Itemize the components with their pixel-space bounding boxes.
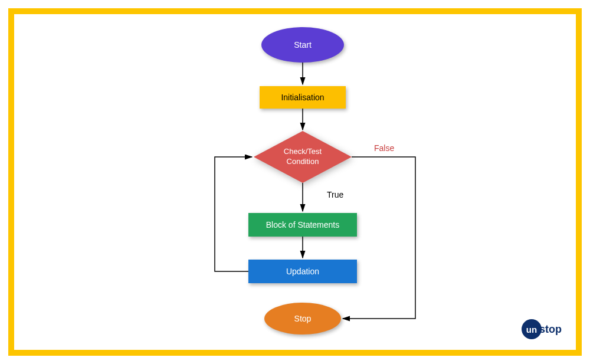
block-node: Block of Statements (248, 213, 357, 237)
initialisation-label: Initialisation (281, 93, 324, 102)
start-node: Start (261, 27, 344, 63)
false-edge-label: False (374, 143, 394, 153)
stop-label: Stop (294, 314, 312, 323)
block-label: Block of Statements (266, 220, 340, 229)
condition-node: Check/Test Condition (254, 131, 352, 183)
start-label: Start (294, 40, 312, 50)
unstop-logo: un stop (522, 319, 562, 339)
logo-circle: un (522, 319, 542, 339)
diagram-frame: Start Initialisation Check/Test Conditio… (8, 8, 582, 356)
initialisation-node: Initialisation (260, 86, 346, 109)
stop-node: Stop (264, 303, 341, 335)
true-edge-label: True (327, 190, 343, 199)
updation-node: Updation (248, 260, 357, 283)
flowchart-canvas: Start Initialisation Check/Test Conditio… (14, 14, 576, 350)
updation-label: Updation (286, 267, 319, 276)
logo-text: stop (539, 323, 562, 336)
condition-label: Check/Test Condition (254, 131, 352, 183)
